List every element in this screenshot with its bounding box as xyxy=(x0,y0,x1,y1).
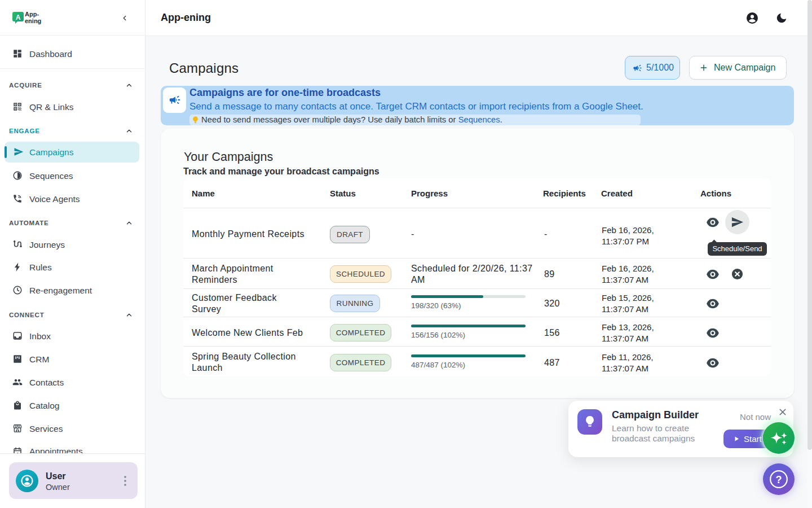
svg-text:?: ? xyxy=(775,474,782,485)
svg-text:A: A xyxy=(16,14,21,21)
